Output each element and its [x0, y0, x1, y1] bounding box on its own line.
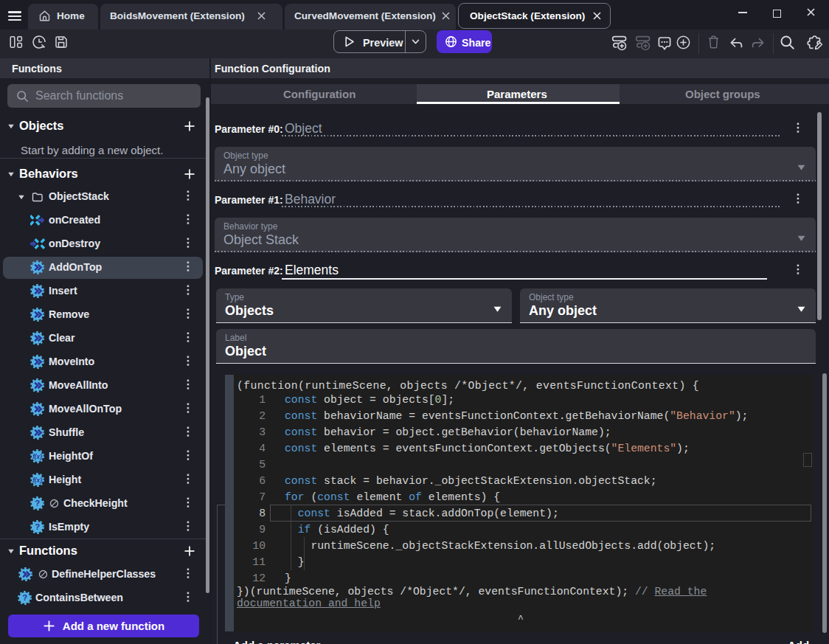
svg-text:?: ? [22, 593, 27, 602]
svg-text:f(x): f(x) [32, 454, 42, 460]
svg-text:?: ? [35, 522, 40, 531]
svg-text:?: ? [35, 499, 40, 508]
svg-text:f(x): f(x) [32, 477, 42, 484]
